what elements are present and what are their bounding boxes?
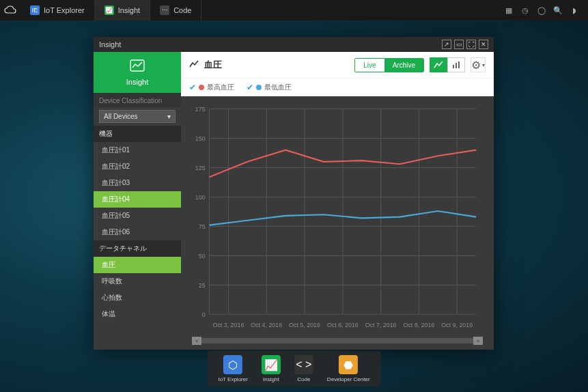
mode-archive-button[interactable]: Archive <box>384 59 423 72</box>
chevron-down-icon: ▾ <box>167 113 171 120</box>
dock-item-insight[interactable]: 📈Insight <box>262 355 281 382</box>
window-minimize-icon[interactable]: ▭ <box>454 40 464 49</box>
tab-icon: ⋯ <box>160 5 169 15</box>
channel-item[interactable]: 血圧 <box>94 257 181 273</box>
sidebar-insight-banner[interactable]: Insight <box>94 52 181 93</box>
check-icon: ✔ <box>247 83 253 92</box>
legend-item[interactable]: ✔最高血圧 <box>189 83 234 92</box>
gear-icon: ⚙ <box>471 59 481 72</box>
sidebar-insight-label: Insight <box>126 78 148 86</box>
insight-window: Insight ↗ ▭ ⛶ ✕ Insight Device Classific… <box>94 37 494 350</box>
tab-icon: IE <box>30 5 40 15</box>
window-popout-icon[interactable]: ↗ <box>442 40 451 49</box>
svg-rect-3 <box>458 61 460 68</box>
svg-text:50: 50 <box>199 252 206 259</box>
window-maximize-icon[interactable]: ⛶ <box>466 40 476 49</box>
legend-color-dot <box>199 85 204 90</box>
sidebar: Insight Device Classification All Device… <box>94 52 181 350</box>
svg-text:125: 125 <box>195 164 206 171</box>
svg-text:75: 75 <box>199 223 206 229</box>
circle-icon[interactable]: ◯ <box>536 5 547 16</box>
topbar-tab-iot-explorer[interactable]: IEIoT Explorer <box>20 0 95 20</box>
device-select-value: All Devices <box>104 113 137 120</box>
dock-item-iot-explorer[interactable]: ⬡IoT Explorer <box>218 355 247 382</box>
legend-label: 最高血圧 <box>207 83 234 92</box>
topbar-actions: ▦ ◷ ◯ 🔍 ◗ <box>503 5 588 16</box>
device-item[interactable]: 血圧計03 <box>94 175 181 191</box>
window-close-icon[interactable]: ✕ <box>479 40 488 49</box>
bell-icon[interactable]: ◗ <box>569 5 580 16</box>
dock-item-code[interactable]: < >Code <box>294 355 313 382</box>
tab-label: IoT Explorer <box>44 6 85 14</box>
chart-title-icon <box>189 59 199 71</box>
channel-item[interactable]: 体温 <box>94 306 181 322</box>
devices-header: 機器 <box>94 126 181 142</box>
svg-text:Oct 8, 2016: Oct 8, 2016 <box>404 322 435 328</box>
search-icon[interactable]: 🔍 <box>552 5 563 16</box>
device-item[interactable]: 血圧計05 <box>94 208 181 224</box>
channel-list: 血圧呼吸数心拍数体温 <box>94 257 181 322</box>
slider-track[interactable]: ≡ ≡ <box>192 338 483 344</box>
dock-label: Developer Center <box>327 376 370 382</box>
svg-text:Oct 5, 2016: Oct 5, 2016 <box>289 322 320 328</box>
clock-icon[interactable]: ◷ <box>520 5 531 16</box>
svg-text:150: 150 <box>195 135 206 141</box>
tab-label: Code <box>173 6 191 14</box>
dock-label: Insight <box>263 376 279 382</box>
device-item[interactable]: 血圧計06 <box>94 224 181 240</box>
device-item[interactable]: 血圧計04 <box>94 191 181 208</box>
svg-text:25: 25 <box>199 281 206 288</box>
legend-label: 最低血圧 <box>264 83 292 92</box>
device-classification-label: Device Classification <box>94 93 181 107</box>
tab-label: Insight <box>118 6 140 14</box>
svg-rect-2 <box>456 63 457 68</box>
check-icon: ✔ <box>189 83 196 92</box>
chart-type-toggle <box>430 57 465 72</box>
legend-bar: ✔最高血圧✔最低血圧 <box>181 78 494 96</box>
channel-item[interactable]: 心拍数 <box>94 290 181 306</box>
legend-item[interactable]: ✔最低血圧 <box>247 83 292 92</box>
device-item[interactable]: 血圧計01 <box>94 142 181 158</box>
device-select[interactable]: All Devices ▾ <box>99 110 176 123</box>
channels-header: データチャネル <box>94 240 181 257</box>
dock-label: Code <box>297 376 310 382</box>
chart-svg: 0255075100125150175Oct 3, 2016Oct 4, 201… <box>186 103 483 335</box>
slider-handle-right[interactable]: ≡ <box>473 337 483 345</box>
legend-color-dot <box>256 85 262 90</box>
dock: ⬡IoT Explorer📈Insight< >Code⬣Developer C… <box>207 351 380 387</box>
settings-button[interactable]: ⚙ ▾ <box>471 57 486 72</box>
svg-text:Oct 9, 2016: Oct 9, 2016 <box>441 322 473 328</box>
device-list: 血圧計01血圧計02血圧計03血圧計04血圧計05血圧計06 <box>94 142 181 240</box>
svg-text:175: 175 <box>195 105 206 112</box>
content-header: 血圧 Live Archive ⚙ ▾ <box>181 52 494 78</box>
content-title: 血圧 <box>204 59 349 71</box>
topbar-tab-code[interactable]: ⋯Code <box>150 0 201 20</box>
slider-handle-left[interactable]: ≡ <box>192 337 201 345</box>
dock-icon: ⬡ <box>223 355 242 374</box>
dock-label: IoT Explorer <box>218 376 247 382</box>
mode-live-button[interactable]: Live <box>355 59 384 72</box>
grid-icon[interactable]: ▦ <box>503 5 514 16</box>
svg-text:Oct 7, 2016: Oct 7, 2016 <box>365 322 397 328</box>
chevron-down-icon: ▾ <box>482 62 485 68</box>
topbar-tabs: IEIoT Explorer📈Insight⋯Code <box>20 0 201 20</box>
window-title: Insight <box>99 40 121 48</box>
window-titlebar: Insight ↗ ▭ ⛶ ✕ <box>94 37 494 52</box>
chart-line-icon <box>130 59 145 75</box>
topbar: IEIoT Explorer📈Insight⋯Code ▦ ◷ ◯ 🔍 ◗ <box>0 0 588 20</box>
cloud-logo-icon <box>0 5 20 15</box>
dock-icon: < > <box>294 355 313 374</box>
chart-type-bar-button[interactable] <box>447 57 465 72</box>
time-slider: ≡ ≡ <box>181 337 494 350</box>
device-item[interactable]: 血圧計02 <box>94 158 181 175</box>
svg-text:100: 100 <box>195 193 206 200</box>
svg-rect-1 <box>453 65 454 68</box>
dock-icon: ⬣ <box>339 355 358 374</box>
svg-text:Oct 6, 2016: Oct 6, 2016 <box>327 322 359 328</box>
dock-item-developer-center[interactable]: ⬣Developer Center <box>327 355 370 382</box>
chart-type-line-button[interactable] <box>430 57 447 72</box>
channel-item[interactable]: 呼吸数 <box>94 273 181 290</box>
dock-icon: 📈 <box>262 355 281 374</box>
svg-text:Oct 4, 2016: Oct 4, 2016 <box>251 322 282 328</box>
topbar-tab-insight[interactable]: 📈Insight <box>95 0 150 20</box>
